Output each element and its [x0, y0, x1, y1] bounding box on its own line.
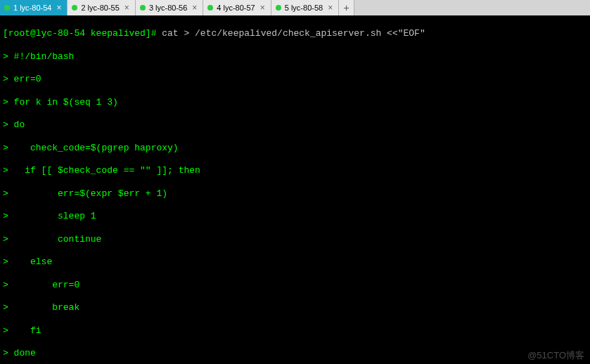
close-icon[interactable]: ×	[124, 3, 129, 13]
watermark: @51CTO博客	[527, 350, 584, 361]
status-dot-icon	[140, 5, 146, 11]
plus-icon: +	[344, 2, 349, 13]
tab-2[interactable]: 2 lyc-80-55 ×	[68, 0, 135, 15]
terminal-line: > if [[ $check_code == "" ]]; then	[3, 165, 587, 176]
prompt-line: [root@lyc-80-54 keepalived]# cat > /etc/…	[3, 28, 587, 39]
close-icon[interactable]: ×	[260, 3, 265, 13]
close-icon[interactable]: ×	[328, 3, 333, 13]
prompt-user-host: [root@lyc-80-54 keepalived]#	[3, 28, 156, 39]
terminal[interactable]: [root@lyc-80-54 keepalived]# cat > /etc/…	[0, 15, 590, 364]
terminal-line: > sleep 1	[3, 211, 587, 222]
terminal-line: > #!/bin/bash	[3, 51, 587, 63]
terminal-line: > err=0	[3, 280, 587, 291]
tab-label: 1 lyc-80-54	[13, 4, 51, 12]
tab-label: 5 lyc-80-58	[285, 4, 323, 12]
terminal-line: > do	[3, 119, 587, 131]
status-dot-icon	[207, 5, 213, 11]
new-tab-button[interactable]: +	[339, 0, 354, 15]
terminal-line: > else	[3, 256, 587, 268]
tab-4[interactable]: 4 lyc-80-57 ×	[203, 0, 271, 15]
tab-label: 3 lyc-80-56	[149, 4, 187, 12]
close-icon[interactable]: ×	[56, 3, 61, 13]
tab-label: 2 lyc-80-55	[81, 4, 119, 12]
status-dot-icon	[72, 5, 77, 11]
status-dot-icon	[4, 5, 10, 11]
tab-1[interactable]: 1 lyc-80-54 ×	[0, 0, 68, 15]
tab-label: 4 lyc-80-57	[217, 4, 255, 12]
terminal-line: > done	[3, 348, 587, 359]
tab-3[interactable]: 3 lyc-80-56 ×	[136, 0, 203, 15]
tab-bar: 1 lyc-80-54 × 2 lyc-80-55 × 3 lyc-80-56 …	[0, 0, 590, 15]
status-dot-icon	[276, 5, 281, 11]
terminal-line: > err=0	[3, 74, 587, 85]
close-icon[interactable]: ×	[192, 3, 197, 13]
terminal-line: > fi	[3, 325, 587, 337]
terminal-line: > continue	[3, 234, 587, 245]
prompt-command: cat > /etc/keepalived/check_apiserver.sh…	[162, 28, 425, 39]
terminal-line: > for k in $(seq 1 3)	[3, 97, 587, 108]
terminal-line: > check_code=$(pgrep haproxy)	[3, 143, 587, 154]
terminal-line: > err=$(expr $err + 1)	[3, 188, 587, 200]
terminal-line: > break	[3, 302, 587, 313]
tab-5[interactable]: 5 lyc-80-58 ×	[271, 0, 339, 15]
